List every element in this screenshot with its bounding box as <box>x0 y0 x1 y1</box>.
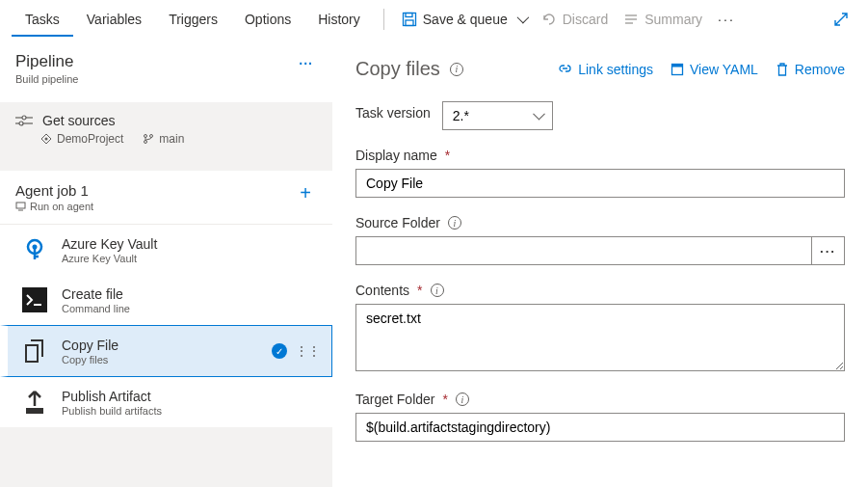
detail-panel: Copy files i Link settings View YAML Rem… <box>332 39 868 487</box>
agent-job-header[interactable]: Agent job 1 Run on agent + <box>0 171 332 225</box>
trash-icon <box>776 63 789 76</box>
link-icon <box>558 62 572 76</box>
summary-icon <box>623 12 639 27</box>
more-actions-button[interactable]: ··· <box>710 8 743 31</box>
pipeline-title: Pipeline <box>15 52 78 71</box>
task-subtitle: Azure Key Vault <box>62 253 321 264</box>
display-name-label: Display name <box>355 148 437 163</box>
svg-point-19 <box>33 245 38 250</box>
pipeline-more-button[interactable]: ··· <box>295 52 317 75</box>
pipeline-header[interactable]: Pipeline Build pipeline ··· <box>0 39 332 103</box>
agent-job-subtitle: Run on agent <box>15 201 93 212</box>
link-settings-button[interactable]: Link settings <box>558 62 653 77</box>
agent-job-title: Agent job 1 <box>15 182 93 199</box>
info-icon[interactable]: i <box>450 63 463 76</box>
undo-icon <box>541 12 557 27</box>
add-task-button[interactable]: + <box>294 182 317 204</box>
summary-button[interactable]: Summary <box>616 8 710 31</box>
contents-textarea[interactable] <box>355 304 845 371</box>
svg-point-10 <box>22 116 26 120</box>
browse-button[interactable]: ··· <box>812 236 845 265</box>
task-status-badge: ✓ <box>272 343 287 359</box>
chevron-down-icon <box>516 12 529 24</box>
required-indicator: * <box>417 283 422 298</box>
cmd-icon <box>19 284 50 315</box>
contents-label: Contents <box>355 283 409 298</box>
tab-variables[interactable]: Variables <box>73 2 155 37</box>
tab-triggers[interactable]: Triggers <box>155 2 231 37</box>
get-sources-item[interactable]: Get sources DemoProject main <box>0 103 332 157</box>
task-version-select[interactable] <box>442 101 553 130</box>
svg-rect-26 <box>672 64 683 67</box>
get-sources-title: Get sources <box>42 113 115 128</box>
tab-tasks[interactable]: Tasks <box>12 2 73 37</box>
tab-options[interactable]: Options <box>231 2 304 37</box>
task-copy-file[interactable]: Copy File Copy files ✓ ⋮⋮ <box>0 325 332 377</box>
repo-name: DemoProject <box>40 132 123 146</box>
summary-label: Summary <box>644 12 702 27</box>
svg-rect-16 <box>16 203 25 208</box>
save-icon <box>402 12 417 27</box>
task-title: Copy File <box>62 338 260 353</box>
expand-icon <box>833 12 849 27</box>
svg-point-13 <box>145 135 147 138</box>
top-toolbar: Tasks Variables Triggers Options History… <box>0 0 868 39</box>
svg-rect-24 <box>26 408 43 414</box>
save-queue-label: Save & queue <box>423 12 508 27</box>
discard-button[interactable]: Discard <box>534 8 616 31</box>
source-folder-input[interactable] <box>355 236 812 265</box>
remove-button[interactable]: Remove <box>776 62 845 77</box>
save-queue-button[interactable]: Save & queue <box>394 8 534 31</box>
discard-label: Discard <box>563 12 608 27</box>
fullscreen-button[interactable] <box>826 8 856 31</box>
svg-point-12 <box>45 138 48 141</box>
task-subtitle: Copy files <box>62 354 260 365</box>
toolbar-divider <box>383 9 384 30</box>
task-azure-key-vault[interactable]: Azure Key Vault Azure Key Vault <box>0 225 332 275</box>
detail-heading: Copy files i <box>355 58 463 80</box>
task-title: Publish Artifact <box>62 389 321 404</box>
copy-icon <box>19 336 50 366</box>
svg-rect-2 <box>406 20 413 26</box>
task-publish-artifact[interactable]: Publish Artifact Publish build artifacts <box>0 377 332 427</box>
repo-icon <box>40 133 52 145</box>
keyvault-icon <box>19 234 50 265</box>
info-icon[interactable]: i <box>431 284 444 297</box>
left-panel: Pipeline Build pipeline ··· Get sources … <box>0 39 332 487</box>
view-yaml-button[interactable]: View YAML <box>671 62 758 77</box>
tab-bar: Tasks Variables Triggers Options History <box>12 2 374 37</box>
info-icon[interactable]: i <box>448 216 461 230</box>
task-subtitle: Command line <box>62 303 321 314</box>
task-create-file[interactable]: Create file Command line <box>0 275 332 325</box>
sources-icon <box>15 114 33 127</box>
branch-name: main <box>143 132 184 146</box>
drag-handle[interactable]: ⋮⋮ <box>295 344 320 358</box>
svg-rect-22 <box>22 287 47 312</box>
svg-rect-1 <box>406 13 412 16</box>
source-folder-label: Source Folder <box>355 215 440 230</box>
task-version-label: Task version <box>355 105 431 121</box>
required-indicator: * <box>445 148 450 163</box>
display-name-input[interactable] <box>355 169 845 198</box>
task-title: Create file <box>62 286 321 302</box>
task-title: Azure Key Vault <box>62 236 321 252</box>
target-folder-input[interactable] <box>355 413 845 442</box>
publish-icon <box>19 387 50 418</box>
info-icon[interactable]: i <box>456 392 469 406</box>
target-folder-label: Target Folder <box>355 392 434 407</box>
svg-point-14 <box>150 135 153 138</box>
task-subtitle: Publish build artifacts <box>62 405 321 417</box>
agent-icon <box>15 202 26 212</box>
yaml-icon <box>671 63 684 76</box>
tab-history[interactable]: History <box>304 2 374 37</box>
svg-point-11 <box>19 122 23 125</box>
branch-icon <box>143 133 154 145</box>
pipeline-subtitle: Build pipeline <box>15 73 78 85</box>
required-indicator: * <box>442 392 447 407</box>
